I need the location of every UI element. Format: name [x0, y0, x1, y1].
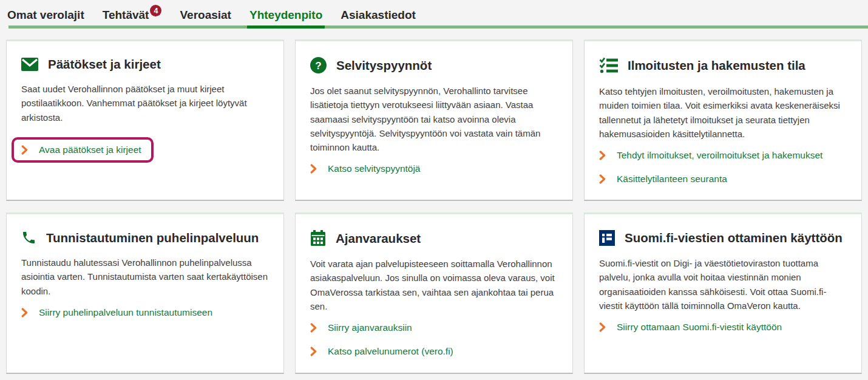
main-nav: Omat verolajit Tehtävät4 Veroasiat Yhtey… [0, 0, 868, 29]
tab-asiakastiedot[interactable]: Asiakastiedot [341, 8, 416, 29]
card-description: Suomi.fi-viestit on Digi- ja väestötieto… [599, 256, 847, 313]
tab-label: Tehtävät [103, 8, 149, 21]
suomifi-icon [599, 230, 615, 246]
chevron-right-icon [21, 145, 28, 155]
phone-icon [21, 230, 36, 245]
tab-veroasiat[interactable]: Veroasiat [180, 8, 231, 29]
calendar-icon [310, 230, 326, 246]
card-description: Katso tehtyjen ilmoitusten, veroilmoitus… [599, 84, 847, 141]
chevron-right-icon [599, 174, 606, 184]
link-row: Tehdyt ilmoitukset, veroilmoitukset ja h… [599, 150, 847, 161]
card-description: Voit varata ajan palvelupisteeseen soitt… [310, 257, 558, 313]
card-title: Ajanvaraukset [336, 231, 421, 246]
card-title: Suomi.fi-viestien ottaminen käyttöön [625, 231, 843, 245]
card-header: Ajanvaraukset [310, 230, 558, 246]
card-title: Selvityspyynnöt [336, 58, 432, 73]
link-kasittelytilanteen-seuranta[interactable]: Käsittelytilanteen seuranta [617, 174, 727, 185]
card-grid: Päätökset ja kirjeet Saat uudet Verohall… [6, 39, 862, 374]
tab-omat-verolajit[interactable]: Omat verolajit [7, 8, 84, 29]
card-header: Ilmoitusten ja hakemusten tila [599, 57, 847, 74]
link-siirry-puhelinpalveluun-tunnistautumiseen[interactable]: Siirry puhelinpalveluun tunnistautumisee… [39, 307, 212, 318]
link-avaa-paatokset-ja-kirjeet[interactable]: Avaa päätökset ja kirjeet [39, 144, 141, 155]
card-title: Tunnistautuminen puhelinpalveluun [46, 231, 259, 245]
tab-label: Asiakastiedot [341, 8, 416, 21]
card-title: Ilmoitusten ja hakemusten tila [628, 58, 805, 73]
tab-tehtavat[interactable]: Tehtävät4 [103, 8, 162, 29]
chevron-right-icon [599, 151, 606, 160]
link-row: Siirry ottamaan Suomi.fi-viestit käyttöö… [599, 322, 847, 333]
checklist-icon [599, 57, 618, 74]
tab-label: Veroasiat [180, 8, 231, 21]
link-row: Katso palvelunumerot (vero.fi) [310, 346, 558, 357]
link-katso-palvelunumerot[interactable]: Katso palvelunumerot (vero.fi) [328, 346, 453, 357]
link-row: Katso selvityspyyntöjä [310, 163, 558, 174]
card-ajanvaraukset: Ajanvaraukset Voit varata ajan palvelupi… [295, 212, 573, 374]
chevron-right-icon [21, 308, 28, 317]
envelope-icon [21, 58, 38, 71]
chevron-right-icon [310, 323, 317, 333]
card-header: Suomi.fi-viestien ottaminen käyttöön [599, 230, 847, 246]
card-paatokset-ja-kirjeet: Päätökset ja kirjeet Saat uudet Verohall… [6, 39, 284, 201]
notification-badge: 4 [150, 5, 161, 16]
tab-label: Omat verolajit [7, 8, 84, 21]
highlight-annotation-box: Avaa päätökset ja kirjeet [12, 137, 154, 163]
card-description: Tunnistaudu halutessasi Verohallinnon pu… [21, 256, 269, 298]
chevron-right-icon [310, 164, 317, 174]
card-header: Päätökset ja kirjeet [21, 57, 269, 72]
link-row: Käsittelytilanteen seuranta [599, 174, 847, 185]
chevron-right-icon [310, 347, 317, 356]
question-icon: ? [310, 57, 327, 73]
tab-yhteydenpito[interactable]: Yhteydenpito [249, 8, 322, 29]
card-title: Päätökset ja kirjeet [48, 57, 161, 72]
card-tunnistautuminen-puhelinpalveluun: Tunnistautuminen puhelinpalveluun Tunnis… [6, 212, 284, 374]
tab-label: Yhteydenpito [249, 8, 322, 21]
card-header: ? Selvityspyynnöt [310, 57, 558, 73]
chevron-right-icon [599, 322, 606, 332]
svg-text:?: ? [315, 60, 321, 72]
card-description: Saat uudet Verohallinnon päätökset ja mu… [21, 82, 269, 124]
link-siirry-ottamaan-suomifi-viestit[interactable]: Siirry ottamaan Suomi.fi-viestit käyttöö… [617, 322, 782, 333]
card-header: Tunnistautuminen puhelinpalveluun [21, 230, 269, 245]
card-suomifi-viestit: Suomi.fi-viestien ottaminen käyttöön Suo… [584, 212, 862, 374]
card-description: Jos olet saanut selvityspyynnön, Verohal… [310, 84, 558, 154]
link-row: Siirry puhelinpalveluun tunnistautumisee… [21, 307, 269, 318]
link-row: Siirry ajanvarauksiin [310, 322, 558, 333]
link-tehdyt-ilmoitukset[interactable]: Tehdyt ilmoitukset, veroilmoitukset ja h… [617, 150, 822, 161]
link-siirry-ajanvarauksiin[interactable]: Siirry ajanvarauksiin [328, 322, 412, 333]
card-ilmoitusten-ja-hakemusten-tila: Ilmoitusten ja hakemusten tila Katso teh… [584, 39, 862, 201]
card-selvityspyynnot: ? Selvityspyynnöt Jos olet saanut selvit… [295, 39, 573, 201]
link-katso-selvityspyyntoja[interactable]: Katso selvityspyyntöjä [328, 163, 421, 174]
